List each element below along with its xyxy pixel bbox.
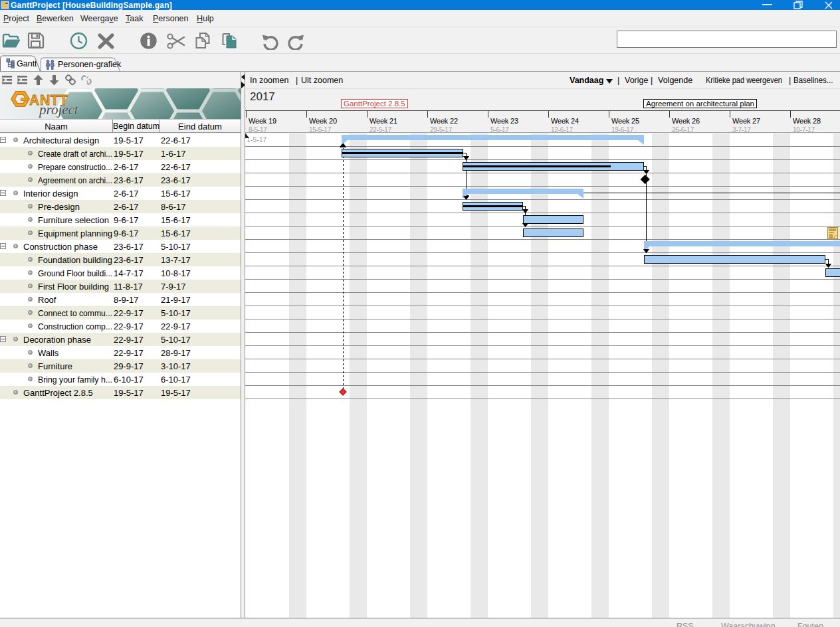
svg-text:project: project — [38, 102, 79, 118]
